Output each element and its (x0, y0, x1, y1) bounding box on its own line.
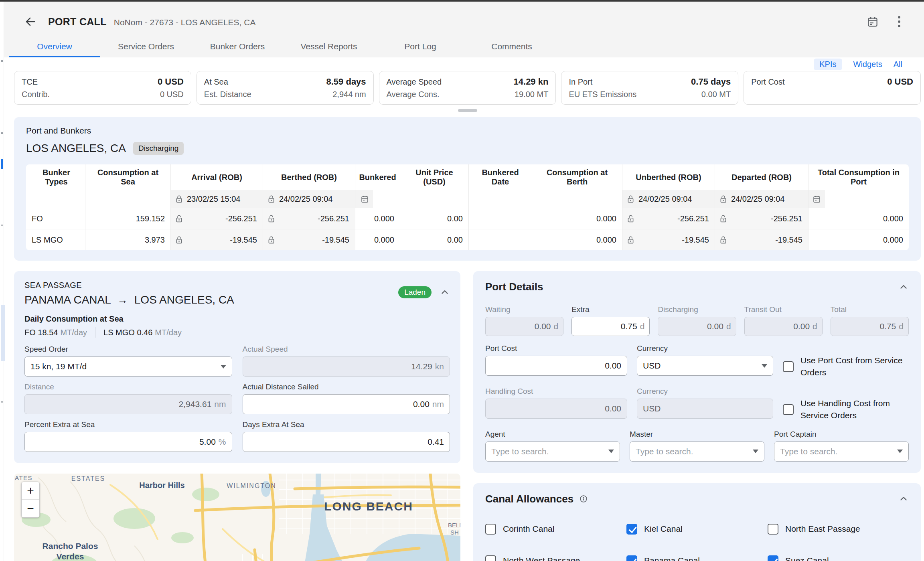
canal-checkbox-panama[interactable]: Panama Canal (626, 555, 768, 561)
status-badge-laden: Laden (398, 286, 432, 298)
berthed-rob-cell[interactable]: -19.545 (263, 229, 355, 250)
map-label-long-beach: LONG BEACH (324, 500, 413, 513)
lock-icon[interactable] (626, 215, 635, 223)
discharging-input: 0.00d (658, 317, 736, 336)
kpi-filter-all[interactable]: All (894, 60, 902, 69)
arrival-rob-cell[interactable]: -19.545 (170, 229, 263, 250)
checkbox[interactable] (626, 555, 637, 561)
mgo-consumption: LS MGO 0.46 (103, 328, 152, 337)
more-options-button[interactable] (890, 13, 908, 30)
checkbox[interactable] (783, 361, 794, 372)
info-icon[interactable] (579, 494, 588, 503)
speed-order-select[interactable]: 15 kn, 19 MT/d (24, 356, 232, 377)
fo-consumption: FO 18.54 (24, 328, 58, 337)
section-title-port-and-bunkers: Port and Bunkers (26, 126, 909, 136)
lock-icon[interactable] (719, 215, 727, 223)
map-zoom-in-button[interactable]: + (22, 482, 39, 500)
port-captain-search-select[interactable]: Type to search. (774, 442, 909, 462)
tab-overview[interactable]: Overview (9, 36, 100, 57)
use-handling-cost-checkbox-row[interactable]: Use Handling Cost from Service Orders (783, 387, 909, 422)
lock-icon[interactable] (175, 195, 183, 203)
chevron-down-icon (221, 365, 226, 369)
percent-extra-at-sea-field: Percent Extra at Sea 5.00 % (24, 420, 232, 452)
consumption-at-sea-cell[interactable]: 159.152 (85, 208, 170, 229)
checkbox[interactable] (485, 524, 496, 535)
agent-search-select[interactable]: Type to search. (485, 442, 620, 462)
checkbox[interactable] (485, 555, 496, 561)
passage-origin: PANAMA CANAL (24, 294, 111, 306)
unberthed-rob-cell[interactable]: -19.545 (622, 229, 715, 250)
arrival-rob-cell[interactable]: -256.251 (170, 208, 263, 229)
days-extra-at-sea-input[interactable]: 0.41 (243, 432, 450, 452)
collapse-chevron-icon[interactable] (898, 282, 909, 292)
port-map[interactable]: ATES ESTATES Harbor Hills WILMINGTON LON… (14, 474, 460, 561)
bunkered-cell[interactable]: 0.000 (355, 229, 400, 250)
actual-distance-sailed-input[interactable]: 0.00 nm (243, 394, 450, 414)
kpi-filter-kpis[interactable]: KPIs (814, 59, 842, 70)
chevron-down-icon (762, 364, 767, 368)
collapse-chevron-icon[interactable] (898, 494, 909, 504)
port-and-bunkers-panel: Port and Bunkers LOS ANGELES, CA Dischar… (14, 117, 921, 261)
checkbox[interactable] (768, 555, 778, 561)
checkbox[interactable] (626, 524, 637, 535)
consumption-at-berth-cell[interactable]: 0.000 (532, 229, 622, 250)
map-canvas: ATES ESTATES Harbor Hills WILMINGTON LON… (14, 474, 460, 561)
extra-input[interactable]: 0.75d (571, 317, 650, 336)
lock-icon[interactable] (175, 236, 183, 244)
collapse-chevron-icon[interactable] (440, 287, 450, 298)
kpi-resize-handle[interactable] (458, 109, 477, 112)
percent-extra-at-sea-input[interactable]: 5.00 % (24, 432, 232, 452)
canal-checkbox-suez[interactable]: Suez Canal (768, 555, 909, 561)
canal-checkbox-corinth[interactable]: Corinth Canal (485, 524, 626, 535)
transit-out-field: Transit Out 0.00d (744, 305, 823, 336)
speed-order-field: Speed Order 15 kn, 19 MT/d (24, 345, 232, 377)
canal-checkbox-kiel[interactable]: Kiel Canal (626, 524, 768, 535)
tab-service-orders[interactable]: Service Orders (100, 36, 192, 57)
tab-vessel-reports[interactable]: Vessel Reports (283, 36, 375, 57)
handling-cost-input: 0.00 (485, 399, 627, 419)
lock-icon[interactable] (626, 195, 635, 203)
berthed-rob-cell[interactable]: -256.251 (263, 208, 355, 229)
bunker-table-header: Bunker Types Consumption at Sea Arrival … (26, 164, 909, 190)
page-title: PORT CALL (48, 16, 107, 28)
checkbox[interactable] (783, 404, 794, 415)
bunkered-date-cell[interactable] (468, 208, 532, 229)
unit-price-cell[interactable]: 0.00 (400, 229, 468, 250)
canal-checkbox-north-west-passage[interactable]: North West Passage (485, 555, 626, 561)
lock-icon[interactable] (267, 195, 276, 203)
lock-icon[interactable] (719, 195, 727, 203)
master-search-select[interactable]: Type to search. (630, 442, 764, 462)
tab-bunker-orders[interactable]: Bunker Orders (192, 36, 283, 57)
bunkered-date-cell[interactable] (468, 229, 532, 250)
tab-port-log[interactable]: Port Log (375, 36, 466, 57)
currency-handling-input: USD (637, 399, 773, 419)
checkbox[interactable] (768, 524, 778, 535)
actual-distance-sailed-field: Actual Distance Sailed 0.00 nm (243, 383, 450, 414)
consumption-at-berth-cell[interactable]: 0.000 (532, 208, 622, 229)
departed-rob-cell[interactable]: -256.251 (715, 208, 808, 229)
calendar-button[interactable] (864, 13, 881, 30)
section-title-port-details: Port Details (485, 281, 543, 293)
lock-icon[interactable] (267, 236, 276, 244)
kpi-filter-widgets[interactable]: Widgets (853, 60, 882, 69)
tab-comments[interactable]: Comments (466, 36, 557, 57)
use-port-cost-checkbox-row[interactable]: Use Port Cost from Service Orders (783, 344, 909, 379)
canal-checkbox-north-east-passage[interactable]: North East Passage (768, 524, 909, 535)
bunker-row-lsmgo: LS MGO 3.973 -19.545 -19.545 0.000 0.00 … (26, 229, 909, 250)
lock-icon[interactable] (719, 236, 727, 244)
port-cost-input[interactable]: 0.00 (485, 356, 627, 376)
consumption-at-sea-cell[interactable]: 3.973 (85, 229, 170, 250)
unberthed-rob-cell[interactable]: -256.251 (622, 208, 715, 229)
unit-price-cell[interactable]: 0.00 (400, 208, 468, 229)
lock-icon[interactable] (267, 215, 276, 223)
port-name: LOS ANGELES, CA (26, 142, 126, 155)
bunkered-cell[interactable]: 0.000 (355, 208, 400, 229)
back-button[interactable] (22, 14, 38, 30)
map-zoom-out-button[interactable]: − (22, 500, 39, 517)
currency-select[interactable]: USD (637, 356, 773, 376)
lock-icon[interactable] (626, 236, 635, 244)
total-field: Total 0.75d (831, 305, 909, 336)
departed-rob-cell[interactable]: -19.545 (715, 229, 808, 250)
daily-consumption-label: Daily Consumption at Sea (24, 314, 450, 324)
lock-icon[interactable] (175, 215, 183, 223)
